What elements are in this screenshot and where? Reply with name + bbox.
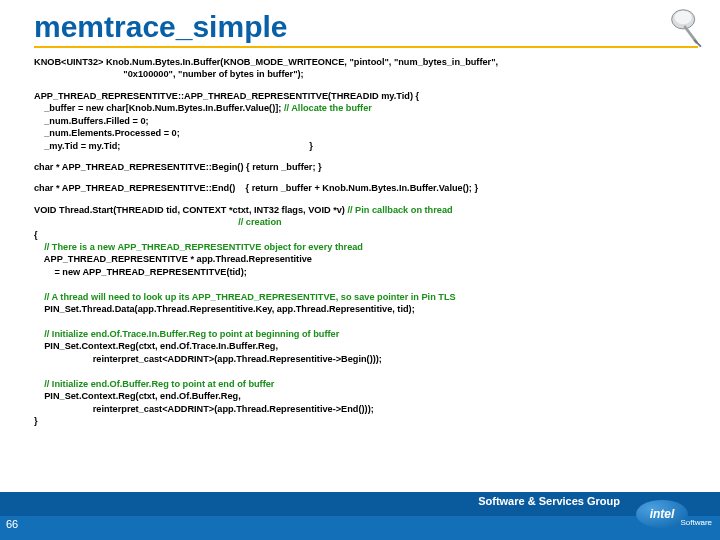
code-ctor: APP_THREAD_REPRESENTITVE::APP_THREAD_REP…: [34, 90, 698, 152]
code-begin: char * APP_THREAD_REPRESENTITVE::Begin()…: [34, 161, 698, 173]
footer: Software & Services Group intel Software…: [0, 492, 720, 540]
footer-group: Software & Services Group: [478, 495, 620, 507]
code-knob: KNOB<UINT32> Knob.Num.Bytes.In.Buffer(KN…: [34, 56, 698, 81]
pushpin-icon: [664, 4, 710, 50]
code-threadstart: VOID Thread.Start(THREADID tid, CONTEXT …: [34, 204, 698, 428]
slide-title: memtrace_simple: [34, 10, 698, 48]
slide-body: memtrace_simple KNOB<UINT32> Knob.Num.By…: [0, 0, 720, 492]
svg-point-1: [675, 11, 692, 24]
intel-logo: intel Software: [636, 498, 708, 534]
footer-bar: Software & Services Group: [0, 492, 720, 516]
code-end: char * APP_THREAD_REPRESENTITVE::End() {…: [34, 182, 698, 194]
page-number: 66: [6, 518, 18, 530]
intel-software-label: Software: [680, 518, 712, 527]
